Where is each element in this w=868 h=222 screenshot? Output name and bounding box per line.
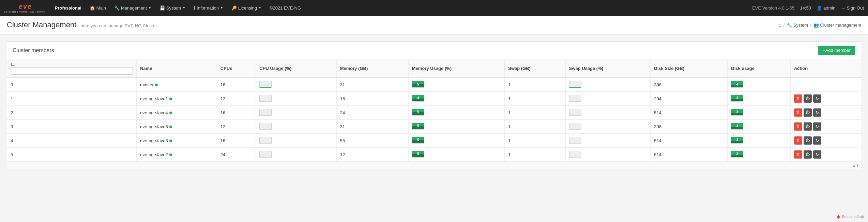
delete-button[interactable]: 🗑 — [794, 136, 802, 145]
cpu-usage-bar — [259, 151, 272, 158]
breadcrumb-sep: / — [783, 23, 785, 28]
cell-cpu-usage — [256, 134, 336, 148]
cell-cpu-usage — [256, 78, 336, 92]
refresh-button[interactable]: ↻ — [813, 136, 821, 145]
cell-cpu-usage — [256, 148, 336, 162]
key-icon: 🔑 — [231, 5, 237, 11]
swap-usage-bar — [569, 81, 581, 88]
swap-usage-bar — [569, 95, 581, 102]
power-button[interactable]: ⏻ — [804, 122, 812, 131]
cell-mem-usage: 4 — [408, 92, 504, 106]
table-row: 5eve-ng-slave224 12 5 1 514 3 🗑 — [7, 148, 861, 162]
home-icon: 🏠 — [90, 5, 95, 11]
cell-action: 🗑 ⏻ ↻ — [790, 120, 861, 134]
nav-main[interactable]: 🏠 Main — [86, 4, 109, 12]
cell-memory: 55 — [336, 134, 408, 148]
cell-swap: 1 — [505, 92, 565, 106]
version-text: EVE Version 4.0.1-65 — [752, 5, 794, 11]
cell-memory: 24 — [336, 106, 408, 120]
nav-management[interactable]: 🔧 Management ▼ — [111, 4, 155, 12]
cell-swap: 1 — [505, 106, 565, 120]
col-cpu-usage: CPU Usage (%) — [256, 59, 336, 78]
cell-memory: 16 — [336, 92, 408, 106]
table-row: 0master16 31 5 1 308 4 — [7, 78, 861, 92]
cell-id: 0 — [7, 78, 136, 92]
col-cpus: CPUs — [217, 59, 256, 78]
cpu-usage-bar — [259, 123, 272, 130]
navbar: eve Enterprise Virtual Environment Profe… — [0, 0, 868, 16]
disk-usage-bar: 3 — [731, 95, 743, 102]
cell-mem-usage: 5 — [408, 120, 504, 134]
col-memory: Memory (GB) — [336, 59, 408, 78]
cell-action: 🗑 ⏻ ↻ — [790, 106, 861, 120]
cell-name: eve-ng-slave3 — [136, 134, 217, 148]
delete-button[interactable]: 🗑 — [794, 94, 802, 103]
table-row: 1eve-ng-slave112 16 4 1 204 3 🗑 — [7, 92, 861, 106]
signout-button[interactable]: → Sign Out — [841, 5, 864, 11]
mem-usage-bar: 4 — [412, 95, 424, 102]
id-filter-input[interactable] — [11, 67, 133, 75]
node-name: eve-ng-slave4 — [140, 110, 168, 115]
col-action: Action — [790, 59, 861, 78]
scroll-arrow-down: ▼ — [856, 163, 859, 167]
cell-disk-size: 514 — [651, 148, 728, 162]
nav-information[interactable]: ℹ Information ▼ — [190, 4, 227, 12]
nav-professional[interactable]: Professional — [51, 4, 85, 12]
disk-usage-bar: 4 — [731, 81, 743, 88]
cell-disk-usage: 3 — [728, 148, 790, 162]
cell-id: 2 — [7, 106, 136, 120]
status-dot — [155, 84, 158, 86]
mem-usage-bar: 5 — [412, 123, 424, 130]
cell-mem-usage: 5 — [408, 106, 504, 120]
swap-usage-bar — [569, 123, 581, 130]
chevron-down-icon: ▼ — [220, 6, 223, 10]
cell-disk-size: 514 — [651, 134, 728, 148]
power-button[interactable]: ⏻ — [804, 150, 812, 159]
cell-swap: 1 — [505, 120, 565, 134]
cpu-usage-bar — [259, 137, 272, 144]
brand-logo: eve Enterprise Virtual Environment — [4, 3, 47, 13]
breadcrumb: ⌂ / 🔧 System / 👥 Cluster management — [779, 23, 861, 28]
nav-copyright: ©2021 EVE-NG — [266, 4, 304, 12]
admin-link[interactable]: 👤 admin — [817, 5, 835, 11]
breadcrumb-wrench-icon: 🔧 — [787, 23, 792, 28]
swap-usage-bar — [569, 137, 581, 144]
breadcrumb-cluster: 👥 Cluster management — [813, 23, 861, 28]
power-button[interactable]: ⏻ — [804, 136, 812, 145]
cell-swap-usage — [565, 120, 651, 134]
refresh-button[interactable]: ↻ — [813, 94, 821, 103]
delete-button[interactable]: 🗑 — [794, 150, 802, 159]
delete-button[interactable]: 🗑 — [794, 108, 802, 117]
refresh-button[interactable]: ↻ — [813, 122, 821, 131]
info-icon: ℹ — [194, 5, 195, 11]
breadcrumb-home-icon[interactable]: ⌂ — [779, 23, 781, 28]
scroll-hint: ▲ ▼ — [7, 162, 861, 169]
table-header-row: I... Name CPUs CPU Usage (%) Memory (GB)… — [7, 59, 861, 78]
cell-disk-size: 308 — [651, 78, 728, 92]
status-dot — [169, 153, 172, 156]
hdd-icon: 💾 — [159, 5, 165, 11]
col-swap-usage: Swap Usage (%) — [565, 59, 651, 78]
add-member-button[interactable]: +Add member — [818, 46, 855, 55]
card-header: Cluster members +Add member — [7, 42, 861, 59]
cell-cpus: 12 — [217, 120, 256, 134]
cell-cpus: 12 — [217, 92, 256, 106]
cell-action: 🗑 ⏻ ↻ — [790, 134, 861, 148]
cell-cpus: 16 — [217, 106, 256, 120]
power-button[interactable]: ⏻ — [804, 94, 812, 103]
cpu-usage-bar — [259, 81, 272, 88]
status-dot — [169, 125, 172, 128]
cell-cpu-usage — [256, 92, 336, 106]
nav-system[interactable]: 💾 System ▼ — [156, 4, 189, 12]
power-button[interactable]: ⏻ — [804, 108, 812, 117]
cell-mem-usage: 5 — [408, 134, 504, 148]
refresh-button[interactable]: ↻ — [813, 108, 821, 117]
cell-swap: 1 — [505, 134, 565, 148]
delete-button[interactable]: 🗑 — [794, 122, 802, 131]
cell-swap-usage — [565, 78, 651, 92]
user-icon: 👤 — [817, 5, 822, 11]
refresh-button[interactable]: ↻ — [813, 150, 821, 159]
chevron-down-icon: ▼ — [148, 6, 151, 10]
cell-memory: 31 — [336, 78, 408, 92]
nav-licensing[interactable]: 🔑 Licensing ▼ — [228, 4, 265, 12]
